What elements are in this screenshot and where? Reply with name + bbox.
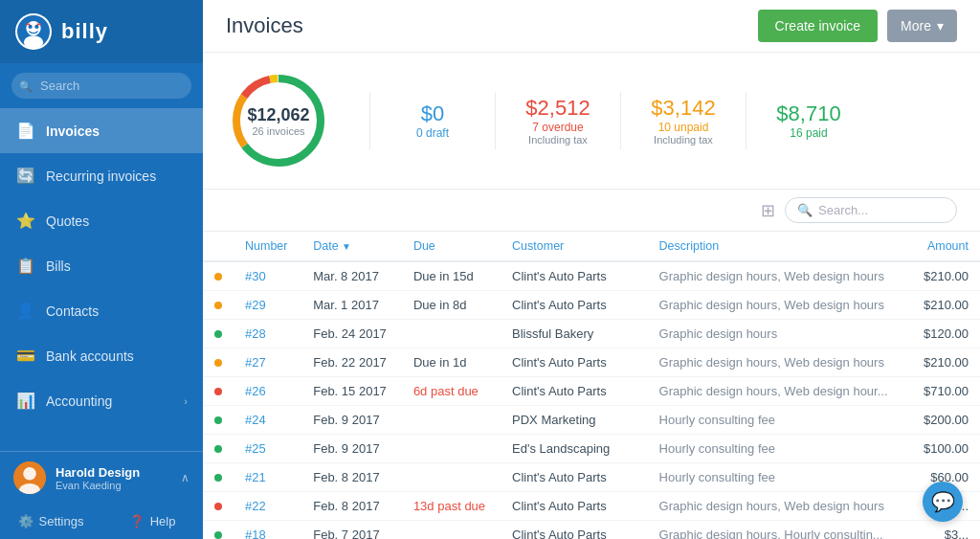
status-dot-cell (203, 435, 234, 463)
invoice-date: Feb. 7 2017 (301, 521, 402, 540)
invoice-amount: $210.00 (909, 348, 980, 377)
table-search-container: 🔍 (785, 197, 957, 223)
invoice-customer: Clint's Auto Parts (501, 348, 648, 377)
more-label: More (901, 18, 931, 34)
settings-nav-item[interactable]: ⚙️ Settings (0, 504, 101, 539)
svg-point-8 (23, 467, 36, 481)
stat-draft: $0 0 draft (390, 101, 476, 140)
status-dot (214, 388, 222, 395)
table-row[interactable]: #29 Mar. 1 2017 Due in 8d Clint's Auto P… (203, 291, 980, 320)
invoice-date: Feb. 15 2017 (301, 377, 402, 406)
col-amount[interactable]: Amount (909, 232, 980, 261)
create-invoice-button[interactable]: Create invoice (758, 10, 879, 42)
col-dot (203, 232, 234, 261)
invoice-description: Graphic design hours, Web design hours (648, 261, 910, 291)
stat-paid-sub: 16 paid (766, 126, 852, 140)
settings-icon: ⚙️ (18, 514, 33, 528)
stat-draft-value: $0 (390, 101, 476, 126)
stat-unpaid-sub: 10 unpaid (640, 121, 726, 134)
invoice-date: Feb. 8 2017 (301, 492, 402, 521)
table-row[interactable]: #18 Feb. 7 2017 Clint's Auto Parts Graph… (203, 521, 980, 540)
invoice-amount: $710.00 (909, 377, 980, 406)
invoice-amount: $120.00 (909, 320, 980, 348)
stat-draft-sub: 0 draft (390, 126, 476, 140)
invoice-description: Graphic design hours, Hourly consultin..… (648, 521, 910, 540)
sidebar-item-recurring-invoices[interactable]: 🔄 Recurring invoices (0, 153, 203, 198)
invoices-table: Number Date ▼ Due Customer Description (203, 232, 980, 539)
table-row[interactable]: #30 Mar. 8 2017 Due in 15d Clint's Auto … (203, 261, 980, 291)
sidebar-item-quotes[interactable]: ⭐ Quotes (0, 198, 203, 243)
invoice-amount: $3... (909, 521, 980, 540)
sidebar-item-label: Bills (46, 258, 71, 274)
invoice-customer: Clint's Auto Parts (501, 377, 648, 406)
invoice-due (402, 406, 501, 435)
invoice-due: Due in 15d (402, 261, 501, 291)
invoice-due: Due in 1d (402, 348, 501, 377)
invoice-description: Graphic design hours, Web design hours (648, 291, 910, 320)
invoice-number: #24 (234, 406, 301, 435)
sidebar-item-bills[interactable]: 📋 Bills (0, 243, 203, 288)
stat-divider-2 (495, 92, 496, 149)
table-view-icon[interactable]: ⊞ (761, 200, 775, 221)
invoice-date: Feb. 8 2017 (301, 463, 402, 492)
stat-paid: $8,710 16 paid (766, 101, 852, 140)
invoice-due: 13d past due (402, 492, 501, 521)
sidebar: billy 📄 Invoices 🔄 Recurring invoices ⭐ … (0, 0, 203, 539)
sidebar-item-label: Bank accounts (46, 348, 134, 364)
invoice-date: Feb. 9 2017 (301, 435, 402, 463)
table-row[interactable]: #27 Feb. 22 2017 Due in 1d Clint's Auto … (203, 348, 980, 377)
stat-unpaid-value: $3,142 (640, 96, 726, 121)
chat-bubble[interactable]: 💬 (923, 482, 963, 522)
col-number[interactable]: Number (234, 232, 301, 261)
sidebar-item-label: Contacts (46, 303, 99, 319)
user-name: Harold Design (56, 465, 181, 480)
table-row[interactable]: #24 Feb. 9 2017 PDX Marketing Hourly con… (203, 406, 980, 435)
table-search-input[interactable] (818, 203, 945, 217)
invoice-due: 6d past due (402, 377, 501, 406)
table-row[interactable]: #26 Feb. 15 2017 6d past due Clint's Aut… (203, 377, 980, 406)
stat-divider-3 (620, 92, 621, 149)
sidebar-bottom-bar: ⚙️ Settings ❓ Help (0, 504, 203, 539)
invoice-number: #25 (234, 435, 301, 463)
donut-amount: $12,062 (247, 105, 309, 125)
table-row[interactable]: #25 Feb. 9 2017 Ed's Landscaping Hourly … (203, 435, 980, 463)
user-company: Evan Kaeding (56, 480, 181, 491)
stat-overdue: $2,512 7 overdue Including tax (515, 96, 601, 146)
table-scroll[interactable]: Number Date ▼ Due Customer Description (203, 232, 980, 539)
invoice-date: Mar. 8 2017 (301, 261, 402, 291)
invoice-amount: $210.00 (909, 261, 980, 291)
table-row[interactable]: #21 Feb. 8 2017 Clint's Auto Parts Hourl… (203, 463, 980, 492)
stat-divider-1 (369, 92, 370, 149)
sidebar-item-invoices[interactable]: 📄 Invoices (0, 108, 203, 153)
search-input[interactable] (11, 73, 191, 99)
col-date[interactable]: Date ▼ (301, 232, 402, 261)
app-name: billy (61, 19, 108, 44)
status-dot (214, 445, 222, 453)
stats-bar: $12,062 26 invoices $0 0 draft $2,512 7 … (203, 53, 980, 190)
invoice-customer: Clint's Auto Parts (501, 463, 648, 492)
more-button[interactable]: More ▾ (887, 10, 957, 42)
donut-label: 26 invoices (247, 125, 309, 137)
invoice-customer: Clint's Auto Parts (501, 492, 648, 521)
sidebar-logo: billy (0, 0, 203, 63)
invoice-amount: $210.00 (909, 291, 980, 320)
stat-overdue-value: $2,512 (515, 96, 601, 121)
table-row[interactable]: #22 Feb. 8 2017 13d past due Clint's Aut… (203, 492, 980, 521)
sidebar-item-accounting[interactable]: 📊 Accounting › (0, 378, 203, 423)
user-info[interactable]: Harold Design Evan Kaeding ∧ (0, 452, 203, 504)
stat-overdue-sub2: Including tax (515, 134, 601, 146)
help-nav-item[interactable]: ❓ Help (101, 504, 203, 539)
sidebar-footer: Harold Design Evan Kaeding ∧ ⚙️ Settings… (0, 451, 203, 539)
table-row[interactable]: #28 Feb. 24 2017 Blissful Bakery Graphic… (203, 320, 980, 348)
stat-divider-4 (746, 92, 746, 149)
col-description[interactable]: Description (648, 232, 910, 261)
sidebar-search-container (0, 63, 203, 108)
col-customer[interactable]: Customer (501, 232, 648, 261)
recurring-invoices-icon: 🔄 (15, 167, 36, 185)
sidebar-item-bank-accounts[interactable]: 💳 Bank accounts (0, 333, 203, 378)
status-dot-cell (203, 377, 234, 406)
sidebar-item-contacts[interactable]: 👤 Contacts (0, 288, 203, 333)
col-due[interactable]: Due (402, 232, 501, 261)
topbar: Invoices Create invoice More ▾ (203, 0, 980, 53)
svg-point-2 (28, 25, 32, 29)
